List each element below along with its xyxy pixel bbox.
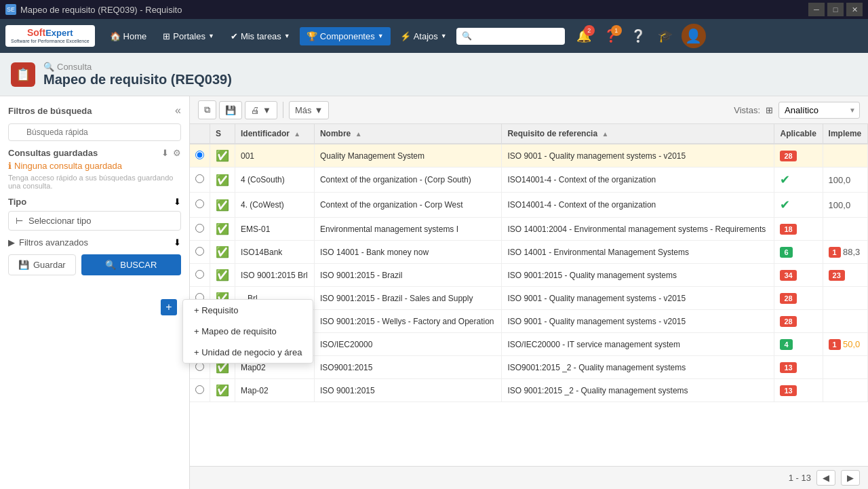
impleme-cell: 100,0: [823, 168, 867, 193]
row-radio[interactable]: [195, 224, 204, 233]
maximize-button[interactable]: □: [827, 3, 844, 16]
toolbar-right: Vistas: ⊞ Analítico Resumido Detallado ▼: [734, 102, 860, 119]
radio-cell[interactable]: [190, 379, 210, 402]
status-cell: ✅: [210, 144, 235, 168]
impleme-cell: [823, 287, 867, 310]
row-radio[interactable]: [195, 199, 204, 208]
saved-queries-title: Consultas guardadas: [8, 148, 98, 158]
advanced-download-icon[interactable]: ⬇: [174, 237, 181, 248]
row-radio[interactable]: [195, 174, 204, 183]
ref-cell: ISO14001-4 - Context of the organization: [502, 193, 774, 218]
views-select[interactable]: Analítico Resumido Detallado: [778, 102, 860, 119]
dropdown-menu: + Requisito + Mapeo de requisito + Unida…: [182, 299, 313, 364]
portales-button[interactable]: ⊞ Portales ▼: [156, 27, 221, 45]
print-caret-icon: ▼: [262, 105, 271, 115]
add-button[interactable]: +: [161, 299, 177, 315]
applicable-badge: 18: [780, 224, 796, 235]
select-type-button[interactable]: ⊢ Seleccionar tipo: [8, 211, 181, 231]
search-button[interactable]: 🔍 BUSCAR: [81, 254, 181, 275]
nav-icons: 🔔 2 ❓ 1 ❔ 🎓 👤: [573, 24, 706, 48]
name-cell: ISO 9001:2015 - Brazil - Sales and Suppl…: [314, 287, 501, 310]
status-icon: ✅: [216, 223, 229, 235]
radio-cell[interactable]: [190, 264, 210, 287]
academy-button[interactable]: 🎓: [654, 25, 676, 47]
next-page-button[interactable]: ▶: [841, 470, 860, 486]
dropdown-item-unidad[interactable]: + Unidad de negocio y área: [183, 342, 313, 363]
trophy-icon: 🏆: [307, 31, 317, 41]
componentes-button[interactable]: 🏆 Componentes ▼: [300, 27, 391, 45]
name-cell: ISO 9001:2015: [314, 379, 501, 402]
saved-queries: Consultas guardadas ⬇ ⚙ ℹ Ninguna consul…: [8, 148, 181, 190]
download-icon[interactable]: ⬇: [161, 148, 169, 158]
notification-bell-button[interactable]: 🔔 2: [573, 25, 595, 47]
sidebar-search-input[interactable]: [8, 123, 181, 141]
nav-search-input[interactable]: [456, 28, 565, 45]
applicable-cell: 28: [774, 287, 823, 310]
row-radio[interactable]: [195, 151, 204, 159]
row-radio[interactable]: [195, 385, 204, 394]
sort-name-icon[interactable]: ▲: [355, 130, 362, 138]
sort-id-icon[interactable]: ▲: [294, 130, 300, 138]
sort-ref-icon[interactable]: ▲: [601, 130, 608, 138]
settings-icon[interactable]: ⚙: [173, 148, 181, 158]
mis-tareas-button[interactable]: ✔ Mis tareas ▼: [224, 27, 297, 45]
close-button[interactable]: ✕: [846, 3, 863, 16]
status-icon: ✅: [216, 174, 229, 186]
id-cell: Map-02: [235, 379, 315, 402]
applicable-cell: 13: [774, 379, 823, 402]
tareas-caret-icon: ▼: [284, 33, 290, 39]
radio-cell[interactable]: [190, 218, 210, 241]
ref-cell: ISO 9001 - Quality management systems - …: [502, 310, 774, 333]
collapse-button[interactable]: «: [175, 104, 181, 117]
copy-button[interactable]: ⧉: [198, 100, 216, 119]
prev-page-button[interactable]: ◀: [816, 470, 835, 486]
radio-cell[interactable]: [190, 144, 210, 168]
table-row: ✅ ISO14Bank ISO 14001 - Bank money now I…: [190, 241, 868, 264]
status-icon: ✅: [216, 269, 229, 281]
lightning-icon: ⚡: [400, 31, 411, 41]
alert-button[interactable]: ❓ 1: [600, 25, 622, 47]
check-icon: ✔: [780, 198, 790, 212]
impleme-badge: 23: [829, 270, 845, 281]
save-toolbar-button[interactable]: 💾: [219, 101, 242, 119]
search-icon: 🔍: [462, 31, 472, 41]
help-button[interactable]: ❔: [627, 25, 649, 47]
applicable-cell: 6: [774, 241, 823, 264]
sidebar-header: Filtros de búsqueda «: [8, 104, 181, 117]
id-cell: 4 (CoSouth): [235, 168, 315, 193]
advanced-filters[interactable]: ▶ Filtros avanzados ⬇: [8, 237, 181, 248]
applicable-badge: 28: [780, 151, 796, 161]
dropdown-item-requisito[interactable]: + Requisito: [183, 300, 313, 321]
id-cell: 4. (CoWest): [235, 193, 315, 218]
main-layout: Filtros de búsqueda « 🔍 Consultas guarda…: [0, 96, 868, 489]
row-radio[interactable]: [195, 247, 204, 256]
radio-cell[interactable]: [190, 168, 210, 193]
more-button[interactable]: Más ▼: [289, 101, 329, 119]
print-icon: 🖨: [251, 105, 260, 115]
hierarchy-icon: ⊢: [16, 216, 23, 226]
status-icon: ✅: [216, 199, 229, 211]
avatar[interactable]: 👤: [682, 24, 706, 48]
home-button[interactable]: 🏠 Home: [103, 27, 154, 45]
filter-title: Filtros de búsqueda: [8, 106, 92, 116]
print-button[interactable]: 🖨 ▼: [245, 101, 277, 119]
radio-cell[interactable]: [190, 241, 210, 264]
impleme-cell: [823, 218, 867, 241]
col-ref: Requisito de referencia ▲: [502, 124, 774, 144]
table-row: ✅ ISO 9001:2015 Brl ISO 9001:2015 - Braz…: [190, 264, 868, 287]
applicable-badge: 28: [780, 293, 796, 304]
dropdown-item-mapeo[interactable]: + Mapeo de requisito: [183, 321, 313, 342]
save-button[interactable]: 💾 Guardar: [8, 254, 76, 275]
minimize-button[interactable]: ─: [808, 3, 825, 16]
col-radio: [190, 124, 210, 144]
impleme-cell: 1 50,0: [823, 333, 867, 356]
radio-cell[interactable]: [190, 193, 210, 218]
ref-cell: ISO 9001:2015 - Quality management syste…: [502, 264, 774, 287]
info-icon: ℹ: [8, 161, 12, 171]
type-download-icon[interactable]: ⬇: [174, 197, 181, 207]
impleme-cell: [823, 310, 867, 333]
atajos-button[interactable]: ⚡ Atajos ▼: [393, 27, 454, 45]
row-radio[interactable]: [195, 270, 204, 279]
id-cell: ISO 9001:2015 Brl: [235, 264, 315, 287]
name-cell: Quality Management System: [314, 144, 501, 168]
